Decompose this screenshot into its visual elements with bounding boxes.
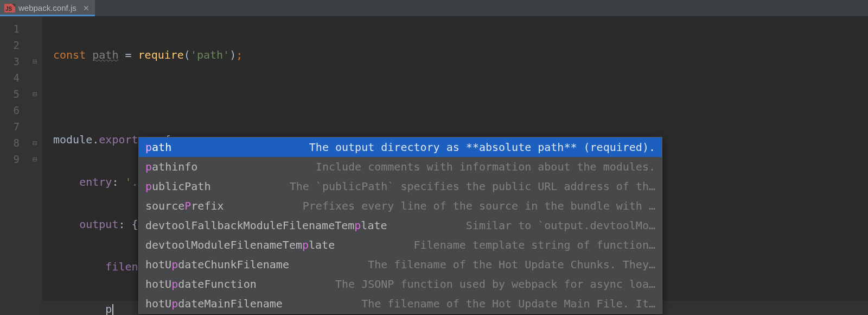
file-tab-label: webpack.conf.js xyxy=(18,3,76,12)
completion-item-desc: The output directory as **absolute path*… xyxy=(182,141,655,154)
line-number: 4 xyxy=(0,70,27,86)
property: entry xyxy=(79,175,112,188)
property: output xyxy=(79,218,118,231)
code-area[interactable]: const path = require('path'); module.exp… xyxy=(42,16,868,315)
line-number: 6 xyxy=(0,102,27,118)
punct: ; xyxy=(236,48,242,61)
file-tab[interactable]: JS webpack.conf.js ✕ xyxy=(0,0,95,16)
function-call: require xyxy=(138,48,184,61)
keyword: const xyxy=(53,48,86,61)
completion-item-name: path xyxy=(145,141,171,154)
fold-column: ⊟ ⊟ ⊟ ⊟ xyxy=(27,16,42,315)
completion-item-desc: The filename of the Hot Update Chunks. T… xyxy=(300,258,655,271)
punct: ( xyxy=(184,48,190,61)
caret xyxy=(112,304,113,316)
completion-item[interactable]: devtoolModuleFilenameTemplateFilename te… xyxy=(139,235,662,255)
completion-item[interactable]: pathinfoInclude comments with informatio… xyxy=(139,157,662,177)
fold-open-icon[interactable]: ⊟ xyxy=(33,57,37,66)
property: exports xyxy=(99,133,144,146)
completion-item[interactable]: hotUpdateMainFilenameThe filename of the… xyxy=(139,294,662,313)
punct: : xyxy=(112,175,125,188)
line-number: 3 xyxy=(0,53,27,70)
completion-item-desc: Include comments with information about … xyxy=(208,160,655,173)
typed-text: p xyxy=(105,303,112,315)
completion-item-name: publicPath xyxy=(145,180,210,193)
gutter: 1 2 3 4 5 6 7 8 9 xyxy=(0,16,27,315)
completion-item-desc: The `publicPath` specifies the public UR… xyxy=(221,180,655,193)
tab-bar: JS webpack.conf.js ✕ xyxy=(0,0,868,16)
fold-open-icon[interactable]: ⊟ xyxy=(33,90,37,98)
completion-item-desc: The filename of the Hot Update Main File… xyxy=(293,297,655,310)
punct: ) xyxy=(229,48,236,61)
punct: . xyxy=(92,133,99,146)
line-number: 1 xyxy=(0,21,27,37)
completion-item[interactable]: pathThe output directory as **absolute p… xyxy=(139,137,662,157)
completion-item-desc: Filename template string of function… xyxy=(346,238,655,251)
fold-close-icon[interactable]: ⊟ xyxy=(33,155,37,163)
identifier: module xyxy=(53,133,92,146)
completion-item-name: hotUpdateMainFilename xyxy=(145,297,283,310)
operator: = xyxy=(118,48,138,61)
completion-item-name: hotUpdateChunkFilename xyxy=(145,258,289,271)
completion-item-name: devtoolFallbackModuleFilenameTemplate xyxy=(145,219,387,232)
completion-item-name: devtoolModuleFilenameTemplate xyxy=(145,238,335,251)
completion-popup[interactable]: pathThe output directory as **absolute p… xyxy=(138,137,662,314)
completion-item-desc: Prefixes every line of the source in the… xyxy=(235,199,655,212)
completion-item[interactable]: devtoolFallbackModuleFilenameTemplateSim… xyxy=(139,216,662,235)
completion-item[interactable]: hotUpdateFunctionThe JSONP function used… xyxy=(139,274,662,294)
completion-item[interactable]: publicPathThe `publicPath` specifies the… xyxy=(139,177,662,196)
line-number: 5 xyxy=(0,86,27,102)
line-number: 9 xyxy=(0,151,27,167)
code-line[interactable]: const path = require('path'); xyxy=(42,47,868,63)
string: 'path' xyxy=(190,48,229,61)
line-number: 8 xyxy=(0,135,27,151)
fold-close-icon[interactable]: ⊟ xyxy=(33,138,37,147)
completion-item-name: pathinfo xyxy=(145,160,197,173)
code-line[interactable] xyxy=(42,89,868,105)
line-number: 2 xyxy=(0,37,27,53)
completion-item-desc: Similar to `output.devtoolMo… xyxy=(398,219,655,232)
line-number: 7 xyxy=(0,118,27,135)
editor[interactable]: 1 2 3 4 5 6 7 8 9 ⊟ ⊟ ⊟ ⊟ const path = r… xyxy=(0,16,868,315)
close-icon[interactable]: ✕ xyxy=(83,4,90,12)
completion-item-name: hotUpdateFunction xyxy=(145,278,257,291)
completion-item-desc: The JSONP function used by webpack for a… xyxy=(267,278,655,291)
punct: : { xyxy=(118,218,138,231)
completion-item[interactable]: hotUpdateChunkFilenameThe filename of th… xyxy=(139,255,662,274)
identifier: path xyxy=(92,48,118,61)
completion-item-name: sourcePrefix xyxy=(145,199,224,212)
completion-item[interactable]: sourcePrefixPrefixes every line of the s… xyxy=(139,196,662,216)
js-file-icon: JS xyxy=(4,4,15,12)
